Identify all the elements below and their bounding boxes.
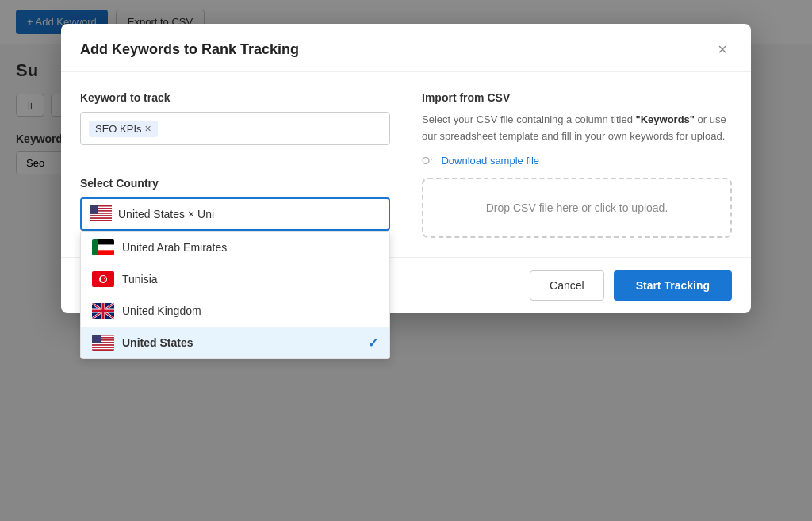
dropdown-item-gb[interactable]: United Kingdom — [81, 295, 389, 327]
svg-rect-14 — [92, 239, 98, 255]
keyword-tag-seo-kpis: SEO KPIs × — [89, 121, 158, 137]
uae-flag-icon — [92, 239, 114, 255]
svg-rect-16 — [98, 245, 114, 251]
modal-body: Keyword to track SEO KPIs × Select Count… — [61, 72, 751, 257]
gb-flag-icon — [92, 303, 114, 319]
start-tracking-button[interactable]: Start Tracking — [614, 270, 732, 301]
svg-rect-33 — [92, 348, 114, 350]
tn-country-name: Tunisia — [122, 273, 158, 285]
svg-point-20 — [101, 276, 106, 282]
selected-checkmark-icon: ✓ — [368, 335, 378, 351]
country-section-label: Select Country — [80, 177, 390, 190]
modal-left-panel: Keyword to track SEO KPIs × Select Count… — [80, 91, 390, 238]
svg-rect-31 — [92, 346, 114, 347]
svg-rect-29 — [92, 343, 114, 345]
download-sample-link[interactable]: Download sample file — [441, 155, 539, 167]
svg-rect-7 — [90, 213, 112, 215]
svg-rect-13 — [90, 205, 98, 214]
svg-rect-15 — [98, 239, 114, 245]
cancel-button[interactable]: Cancel — [530, 270, 604, 301]
svg-rect-8 — [90, 215, 112, 216]
keyword-tag-text: SEO KPIs — [95, 123, 142, 135]
us-flag-dropdown-icon — [92, 335, 114, 351]
svg-rect-34 — [92, 349, 114, 351]
modal-header: Add Keywords to Rank Tracking × — [61, 24, 751, 72]
uae-country-name: United Arab Emirates — [122, 241, 227, 254]
dropdown-item-us[interactable]: United States ✓ — [81, 327, 389, 358]
modal-overlay: Add Keywords to Rank Tracking × Keyword … — [0, 0, 812, 521]
selected-country-flag — [90, 205, 112, 224]
modal-title: Add Keywords to Rank Tracking — [80, 41, 299, 58]
dropdown-item-tn[interactable]: Tunisia — [81, 263, 389, 295]
svg-rect-17 — [98, 250, 114, 255]
tn-flag-icon — [92, 271, 114, 287]
country-input-box[interactable]: United States × Uni — [80, 197, 390, 231]
modal-right-panel: Import from CSV Select your CSV file con… — [422, 91, 732, 238]
svg-rect-30 — [92, 344, 114, 346]
import-description: Select your CSV file containing a column… — [422, 112, 732, 145]
modal-close-button[interactable]: × — [713, 40, 732, 59]
svg-rect-35 — [92, 335, 101, 343]
us-country-name: United States — [122, 336, 193, 349]
add-keywords-modal: Add Keywords to Rank Tracking × Keyword … — [61, 24, 751, 313]
or-text: Or — [422, 155, 433, 167]
svg-rect-32 — [92, 347, 114, 348]
gb-country-name: United Kingdom — [122, 305, 201, 317]
country-dropdown: United Arab Emirates — [80, 231, 390, 359]
keyword-section-label: Keyword to track — [80, 91, 390, 104]
svg-rect-11 — [90, 218, 112, 220]
country-selected-text: United States × Uni — [118, 208, 381, 220]
csv-drop-zone[interactable]: Drop CSV file here or click to upload. — [422, 178, 732, 238]
svg-rect-10 — [90, 217, 112, 219]
keyword-input-box[interactable]: SEO KPIs × — [80, 112, 390, 145]
or-row: Or Download sample file — [422, 155, 732, 167]
dropdown-item-uae[interactable]: United Arab Emirates — [81, 232, 389, 263]
keyword-tag-close-icon[interactable]: × — [145, 123, 151, 134]
us-flag-icon — [90, 205, 112, 221]
import-csv-title: Import from CSV — [422, 91, 732, 104]
country-section: Select Country — [80, 177, 390, 231]
svg-rect-9 — [90, 216, 112, 217]
svg-rect-12 — [90, 220, 112, 221]
